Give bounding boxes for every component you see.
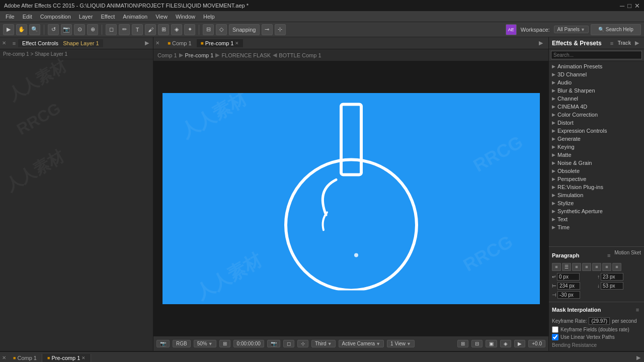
menu-effect[interactable]: Effect xyxy=(97,13,118,21)
zoom-tool[interactable]: 🔍 xyxy=(29,24,40,35)
effect-category-20[interactable]: ▶Time xyxy=(549,223,644,231)
feather-tool[interactable]: ◇ xyxy=(216,24,227,35)
comp-tab-1[interactable]: ■ Comp 1 xyxy=(164,39,196,47)
pan-tool[interactable]: ⊕ xyxy=(87,24,98,35)
close-tab-btn[interactable]: ✕ xyxy=(2,40,6,46)
maximize-btn[interactable]: □ xyxy=(627,2,631,10)
eraser-tool[interactable]: ◈ xyxy=(171,24,182,35)
comp-close-btn[interactable]: ✕ xyxy=(155,40,159,46)
bc-precomp1[interactable]: Pre-comp 1 xyxy=(185,52,214,58)
tl-close-btn[interactable]: ✕ xyxy=(0,355,8,360)
indent-left-value[interactable]: 0 px xyxy=(557,273,580,281)
show-channel-btn[interactable]: RGB xyxy=(173,340,191,347)
keyframe-rate-value[interactable]: (29.97) xyxy=(589,317,610,325)
justify-left-btn[interactable]: ≡ xyxy=(582,263,591,271)
effect-category-11[interactable]: ▶Matte xyxy=(549,151,644,159)
panel-options-btn[interactable]: ▶ xyxy=(143,38,151,49)
search-help-btn[interactable]: 🔍 Search Help xyxy=(591,24,641,35)
align-center-btn[interactable]: ☰ xyxy=(562,263,571,271)
tl-tab-comp1[interactable]: ■ Comp 1 xyxy=(8,354,42,362)
camera-tool[interactable]: 📷 xyxy=(61,24,72,35)
menu-window[interactable]: Window xyxy=(172,13,199,21)
justify-all-btn[interactable]: ≡ xyxy=(612,263,621,271)
menu-edit[interactable]: Edit xyxy=(19,13,36,21)
rotate-tool[interactable]: ↺ xyxy=(48,24,59,35)
snapshot-btn[interactable]: 📷 xyxy=(156,340,170,347)
indent-right-value[interactable]: -30 px xyxy=(557,291,580,299)
left-panel-menu[interactable]: ≡ xyxy=(10,38,18,49)
paint-tool[interactable]: 🖌 xyxy=(145,24,156,35)
effect-category-5[interactable]: ▶CINEMA 4D xyxy=(549,103,644,111)
guides-btn[interactable]: ⊟ xyxy=(471,340,482,347)
keyframe-fields-checkbox[interactable]: Keyframe Fields (doubles rate) xyxy=(552,326,641,333)
effects-panel-options[interactable]: ▶ xyxy=(633,38,641,49)
camera-dropdown[interactable]: Active Camera ▼ xyxy=(339,340,384,347)
keyframe-fields-check[interactable] xyxy=(552,326,558,333)
window-controls[interactable]: ─ □ ✕ xyxy=(620,2,640,10)
menu-help[interactable]: Help xyxy=(200,13,218,21)
bc-comp1[interactable]: Comp 1 xyxy=(157,52,177,58)
view-count-dropdown[interactable]: 1 View ▼ xyxy=(387,340,415,347)
effect-category-10[interactable]: ▶Keying xyxy=(549,143,644,151)
indent-first-value[interactable]: 234 px xyxy=(557,282,580,290)
effect-category-7[interactable]: ▶Distort xyxy=(549,119,644,127)
justify-right-btn[interactable]: ≡ xyxy=(602,263,611,271)
view-type-dropdown[interactable]: Third ▼ xyxy=(311,340,336,347)
pen-tool[interactable]: ✏ xyxy=(119,24,130,35)
effect-category-0[interactable]: ▶Animation Presets xyxy=(549,62,644,70)
hand-tool[interactable]: ✋ xyxy=(16,24,27,35)
effect-category-14[interactable]: ▶Perspective xyxy=(549,175,644,183)
comp-panel-menu[interactable]: ▶ xyxy=(535,38,546,49)
effect-category-16[interactable]: ▶Simulation xyxy=(549,191,644,199)
3d-view-btn[interactable]: ◈ xyxy=(500,340,511,347)
preview-btn[interactable]: ▶ xyxy=(514,340,525,347)
region-btn[interactable]: ◻ xyxy=(283,340,294,347)
effect-category-4[interactable]: ▶Channel xyxy=(549,95,644,103)
effect-category-13[interactable]: ▶Obsolete xyxy=(549,167,644,175)
effect-category-2[interactable]: ▶Audio xyxy=(549,78,644,86)
clone-tool[interactable]: ⊞ xyxy=(158,24,169,35)
effect-category-6[interactable]: ▶Color Correction xyxy=(549,111,644,119)
use-linear-check[interactable] xyxy=(552,334,558,340)
grid-btn[interactable]: ⊞ xyxy=(457,340,468,347)
use-linear-checkbox[interactable]: Use Linear Vertex Paths xyxy=(552,334,641,340)
tl-tab-close[interactable]: ✕ xyxy=(82,355,86,360)
snap-icon1[interactable]: ⊸ xyxy=(262,24,273,35)
effect-category-9[interactable]: ▶Generate xyxy=(549,135,644,143)
tl-panel-menu[interactable]: ▶ xyxy=(633,352,644,363)
align-tool[interactable]: ⊟ xyxy=(203,24,214,35)
effect-category-18[interactable]: ▶Synthetic Aperture xyxy=(549,207,644,215)
effect-category-3[interactable]: ▶Blur & Sharpen xyxy=(549,86,644,95)
menu-animation[interactable]: Animation xyxy=(119,13,151,21)
menu-view[interactable]: View xyxy=(152,13,171,21)
effect-controls-tab[interactable]: Effect Controls Shape Layer 1 xyxy=(18,39,103,47)
align-left-btn[interactable]: ≡ xyxy=(552,263,561,271)
effect-category-1[interactable]: ▶3D Channel xyxy=(549,70,644,78)
snap-btn[interactable]: Snapping xyxy=(229,24,260,35)
comp-options-btn[interactable]: ⊞ xyxy=(219,340,230,347)
effects-search-input[interactable] xyxy=(551,51,642,59)
menu-file[interactable]: File xyxy=(2,13,18,21)
snap-icon2[interactable]: ⊹ xyxy=(275,24,286,35)
effect-category-15[interactable]: ▶RE:Vision Plug-ins xyxy=(549,183,644,191)
zoom-dropdown[interactable]: 50% ▼ xyxy=(194,340,216,347)
comp-tab-precomp[interactable]: ■ Pre-comp 1 ✕ xyxy=(197,39,244,47)
menu-composition[interactable]: Composition xyxy=(37,13,74,21)
close-btn[interactable]: ✕ xyxy=(634,2,640,10)
space-before-value[interactable]: 23 px xyxy=(601,273,623,281)
bc-bottle[interactable]: BOTTLE Comp 1 xyxy=(279,52,321,58)
effect-category-17[interactable]: ▶Stylize xyxy=(549,199,644,207)
workspace-dropdown[interactable]: All Panels ▼ xyxy=(554,26,589,33)
effect-category-19[interactable]: ▶Text xyxy=(549,215,644,223)
align-right-btn[interactable]: ≡ xyxy=(572,263,581,271)
menu-layer[interactable]: Layer xyxy=(75,13,97,21)
justify-center-btn[interactable]: ≡ xyxy=(592,263,601,271)
minimize-btn[interactable]: ─ xyxy=(620,2,624,10)
track-label[interactable]: Track xyxy=(618,40,631,46)
bc-florence[interactable]: FLORENCE FLASK xyxy=(221,52,271,58)
mask-tool[interactable]: ◻ xyxy=(106,24,117,35)
transparency-btn[interactable]: ⊹ xyxy=(297,340,308,347)
effect-category-12[interactable]: ▶Noise & Grain xyxy=(549,159,644,167)
effects-menu-btn[interactable]: ≡ xyxy=(608,38,616,49)
motion-sket-tab[interactable]: Motion Sket xyxy=(614,250,641,261)
